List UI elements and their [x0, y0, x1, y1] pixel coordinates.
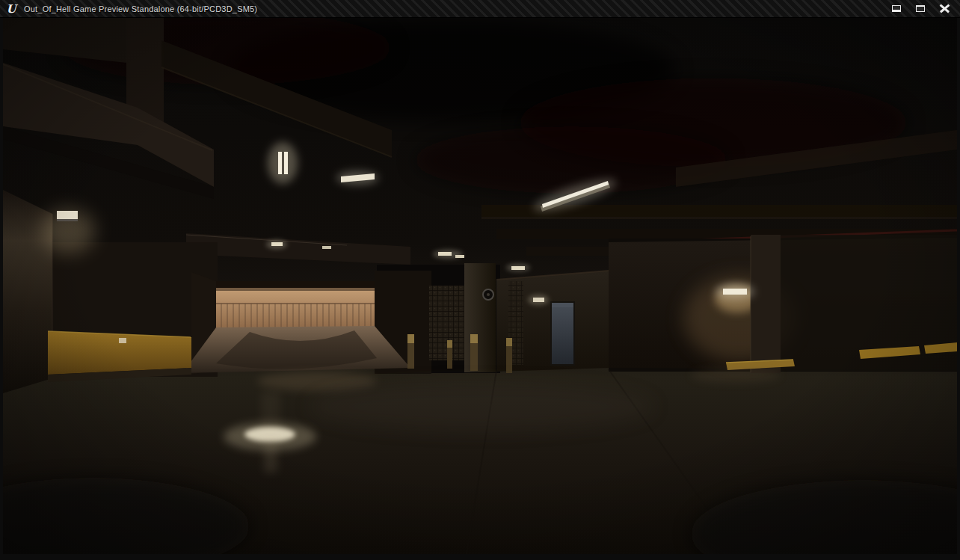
minimize-button[interactable] [887, 3, 906, 15]
game-window: U Out_Of_Hell Game Preview Standalone (6… [0, 0, 960, 560]
window-title: Out_Of_Hell Game Preview Standalone (64-… [24, 4, 881, 13]
maximize-icon [916, 5, 925, 12]
maximize-button[interactable] [911, 3, 930, 15]
garage-scene [3, 18, 957, 554]
close-button[interactable] [935, 3, 954, 15]
game-viewport[interactable] [3, 18, 957, 554]
minimize-icon [892, 5, 901, 12]
close-icon [940, 4, 950, 13]
titlebar[interactable]: U Out_Of_Hell Game Preview Standalone (6… [0, 0, 960, 18]
vignette-overlay [3, 18, 957, 554]
window-controls [887, 3, 954, 15]
unreal-engine-logo-icon: U [4, 2, 18, 16]
